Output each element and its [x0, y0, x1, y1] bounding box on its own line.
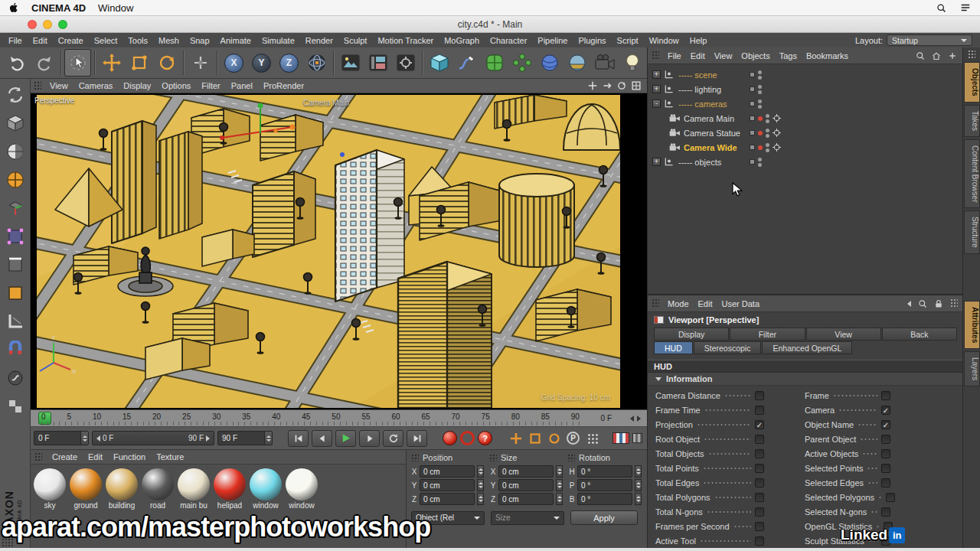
model-mode-button[interactable] — [3, 111, 28, 135]
menu-item[interactable]: Character — [485, 36, 532, 45]
panel-grip[interactable] — [489, 454, 497, 461]
menu-item[interactable]: Help — [684, 36, 713, 45]
key-parameter-button[interactable]: P — [565, 430, 581, 446]
object-tree-row[interactable]: Camera Main — [648, 111, 962, 126]
checkbox[interactable] — [881, 464, 890, 473]
timeline-scroll-right-icon[interactable] — [637, 416, 641, 422]
layer-chip[interactable] — [750, 159, 755, 165]
stepper[interactable] — [635, 493, 642, 505]
move-tool[interactable] — [98, 49, 125, 77]
stepper[interactable] — [556, 465, 563, 478]
search-icon[interactable] — [936, 3, 946, 13]
panel-grip[interactable] — [411, 454, 419, 461]
material-menu-item[interactable]: Create — [47, 452, 83, 461]
stepper[interactable] — [556, 479, 563, 491]
active-camera-dot[interactable] — [758, 116, 763, 121]
panel-grip[interactable] — [34, 452, 42, 462]
attribute-subtab[interactable]: Enhanced OpenGL — [762, 341, 852, 354]
visibility-dots[interactable] — [758, 158, 762, 167]
expander[interactable]: + — [652, 70, 661, 79]
menu-item[interactable]: File — [3, 36, 28, 45]
viewport-menu-item[interactable]: ProRender — [258, 81, 309, 90]
size-mode-select[interactable]: Size — [491, 511, 564, 525]
active-camera-dot[interactable] — [758, 145, 763, 150]
camera-target-icon[interactable] — [773, 114, 781, 122]
menu-item[interactable]: Animate — [215, 36, 256, 45]
material-swatch[interactable]: helipad — [212, 468, 247, 510]
menu-item[interactable]: Pipeline — [532, 36, 573, 45]
last-tool-button[interactable] — [187, 49, 214, 77]
spline-pen-menu[interactable] — [453, 49, 480, 77]
object-tree-row[interactable]: Camera Wide — [648, 140, 962, 155]
play-mode-loop-button[interactable] — [383, 430, 403, 447]
macos-menu-window[interactable]: Window — [98, 2, 133, 14]
checkbox[interactable] — [881, 507, 890, 517]
timeline-layout-button[interactable] — [612, 432, 629, 444]
checkbox[interactable] — [755, 435, 764, 444]
macos-app-name[interactable]: CINEMA 4D — [31, 2, 86, 14]
workplane-button[interactable] — [3, 309, 28, 334]
object-manager-menu-item[interactable]: Edit — [686, 51, 710, 60]
layer-chip[interactable] — [750, 145, 755, 150]
keying-help-button[interactable]: ? — [478, 431, 492, 445]
viewport-menu-item[interactable]: Cameras — [74, 81, 119, 90]
menu-item[interactable]: Simulate — [256, 36, 300, 45]
toggle-view-icon[interactable] — [632, 81, 641, 90]
panel-grip[interactable] — [34, 81, 41, 91]
end-frame-field[interactable]: 90 F — [217, 431, 273, 445]
add-object-icon[interactable] — [948, 51, 957, 60]
close-window-button[interactable] — [28, 20, 37, 29]
key-rotation-button[interactable] — [546, 430, 562, 446]
attribute-tab[interactable]: View — [806, 328, 881, 341]
visibility-dots[interactable] — [758, 99, 762, 109]
menu-item[interactable]: MoGraph — [439, 36, 485, 45]
object-manager-menu-item[interactable]: Objects — [737, 51, 774, 60]
material-swatch[interactable]: window — [284, 468, 319, 510]
history-back-icon[interactable] — [907, 301, 911, 307]
environment-menu[interactable] — [564, 49, 590, 77]
checkbox[interactable] — [881, 391, 890, 400]
visibility-dots[interactable] — [766, 129, 769, 138]
menu-item[interactable]: Sculpt — [338, 36, 373, 45]
viewport-menu-item[interactable]: Options — [156, 81, 196, 90]
array-generator-menu[interactable] — [508, 49, 535, 77]
information-group-header[interactable]: Information — [648, 373, 962, 386]
redo-button[interactable] — [31, 49, 57, 77]
layer-chip[interactable] — [750, 86, 755, 92]
menu-item[interactable]: Plugins — [573, 36, 611, 45]
object-manager-menu-item[interactable]: Bookmarks — [802, 51, 853, 60]
timeline-scroll-left-icon[interactable] — [630, 416, 634, 422]
visibility-dots[interactable] — [766, 114, 769, 123]
object-name[interactable]: Camera Main — [684, 114, 734, 123]
points-mode-button[interactable] — [3, 224, 28, 249]
material-swatch[interactable]: sky — [32, 468, 67, 510]
render-view-button[interactable] — [337, 49, 364, 77]
material-menu-item[interactable]: Texture — [151, 452, 189, 461]
material-swatch[interactable]: window — [248, 468, 283, 510]
checkbox[interactable] — [755, 464, 764, 473]
panel-tab[interactable]: Content Browser — [964, 139, 980, 208]
attribute-menu-item[interactable]: Edit — [694, 299, 717, 308]
range-left-grip-icon[interactable] — [96, 435, 100, 442]
position-z-field[interactable]: Z0 cm — [411, 493, 484, 505]
object-name[interactable]: ----- cameras — [678, 99, 727, 109]
polygons-mode-button[interactable] — [3, 281, 28, 305]
layer-chip[interactable] — [750, 72, 755, 77]
stepper[interactable] — [477, 493, 484, 505]
stepper[interactable] — [635, 479, 642, 491]
current-frame-field[interactable]: 0 F — [34, 431, 89, 445]
coordinate-system-toggle[interactable] — [303, 49, 330, 77]
checkbox[interactable] — [881, 406, 890, 415]
stepper[interactable] — [477, 465, 484, 478]
window-titlebar[interactable]: city.c4d * - Main — [0, 16, 980, 33]
step-back-button[interactable] — [312, 430, 332, 447]
deformers-menu[interactable] — [536, 49, 563, 77]
camera-target-icon[interactable] — [773, 129, 781, 137]
workplane-mode-button[interactable] — [3, 168, 28, 192]
edges-mode-button[interactable] — [3, 253, 28, 277]
expander[interactable]: - — [652, 99, 661, 108]
scale-tool[interactable] — [126, 49, 152, 77]
play-button[interactable] — [335, 430, 356, 447]
snap-settings-button[interactable] — [3, 366, 28, 390]
object-manager-menu-item[interactable]: View — [710, 51, 737, 60]
